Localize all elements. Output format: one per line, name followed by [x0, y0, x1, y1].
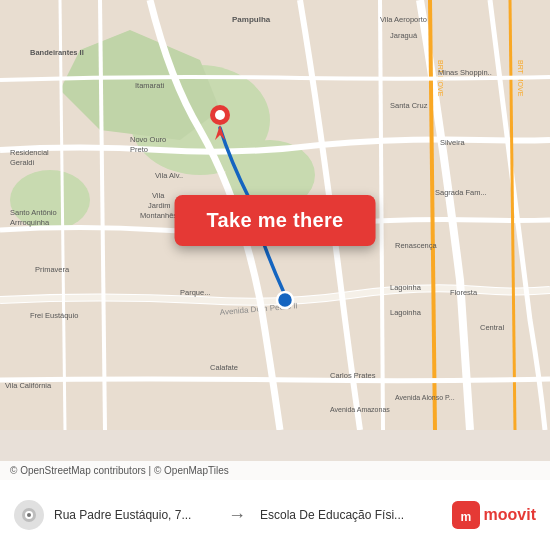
svg-text:Minas Shoppin..: Minas Shoppin.. — [438, 68, 492, 77]
app-container: Avenida Dom Pedro II BRT MOVE BRT MOVE B… — [0, 0, 550, 550]
svg-text:Preto: Preto — [130, 145, 148, 154]
svg-point-46 — [27, 513, 31, 517]
svg-text:Floresta: Floresta — [450, 288, 478, 297]
svg-text:Montanhês: Montanhês — [140, 211, 177, 220]
moovit-logo: m moovit — [452, 501, 536, 529]
route-arrow: → — [228, 505, 246, 526]
button-overlay: Take me there — [175, 195, 376, 246]
svg-text:Calafate: Calafate — [210, 363, 238, 372]
svg-text:Arrroquinha: Arrroquinha — [10, 218, 50, 227]
attribution-row: © OpenStreetMap contributors | © OpenMap… — [0, 461, 550, 480]
svg-text:Pampulha: Pampulha — [232, 15, 271, 24]
svg-text:Vila Aeroporto: Vila Aeroporto — [380, 15, 427, 24]
route-row: Rua Padre Eustáquio, 7... → Escola De Ed… — [0, 480, 550, 550]
moovit-logo-svg: m — [452, 501, 480, 529]
svg-text:Vila Califórnia: Vila Califórnia — [5, 381, 52, 390]
svg-text:Residencial: Residencial — [10, 148, 49, 157]
svg-text:Bandeirantes II: Bandeirantes II — [30, 48, 84, 57]
svg-text:Carlos Prates: Carlos Prates — [330, 371, 376, 380]
svg-text:Avenida Alonso P...: Avenida Alonso P... — [395, 394, 455, 401]
svg-text:Jardim: Jardim — [148, 201, 171, 210]
svg-text:Frei Eustáquio: Frei Eustáquio — [30, 311, 78, 320]
svg-text:Silveira: Silveira — [440, 138, 465, 147]
svg-text:Central: Central — [480, 323, 505, 332]
svg-text:Lagoinha: Lagoinha — [390, 283, 422, 292]
svg-point-43 — [277, 292, 293, 308]
take-me-there-button[interactable]: Take me there — [175, 195, 376, 246]
svg-text:Jaraguá: Jaraguá — [390, 31, 418, 40]
svg-text:Geraldi: Geraldi — [10, 158, 35, 167]
svg-point-42 — [215, 110, 225, 120]
moovit-brand-name: moovit — [484, 506, 536, 524]
svg-text:Parque...: Parque... — [180, 288, 210, 297]
svg-text:Vila Alv..: Vila Alv.. — [155, 171, 183, 180]
svg-text:Santo Antônio: Santo Antônio — [10, 208, 57, 217]
svg-text:Primavera: Primavera — [35, 265, 70, 274]
svg-text:Lagoinha: Lagoinha — [390, 308, 422, 317]
location-icon — [20, 506, 38, 524]
destination-label: Escola De Educação Físi... — [260, 508, 420, 522]
svg-text:Avenida Amazonas: Avenida Amazonas — [330, 406, 390, 413]
svg-text:m: m — [460, 510, 471, 524]
svg-text:Itamarati: Itamarati — [135, 81, 165, 90]
attribution-text: © OpenStreetMap contributors | © OpenMap… — [10, 465, 229, 476]
svg-text:Novo Ouro: Novo Ouro — [130, 135, 166, 144]
origin-icon — [14, 500, 44, 530]
svg-text:Santa Cruz: Santa Cruz — [390, 101, 428, 110]
svg-text:Sagrada Fam...: Sagrada Fam... — [435, 188, 487, 197]
origin-label: Rua Padre Eustáquio, 7... — [54, 508, 214, 522]
svg-text:Vila: Vila — [152, 191, 165, 200]
svg-text:Renascença: Renascença — [395, 241, 438, 250]
